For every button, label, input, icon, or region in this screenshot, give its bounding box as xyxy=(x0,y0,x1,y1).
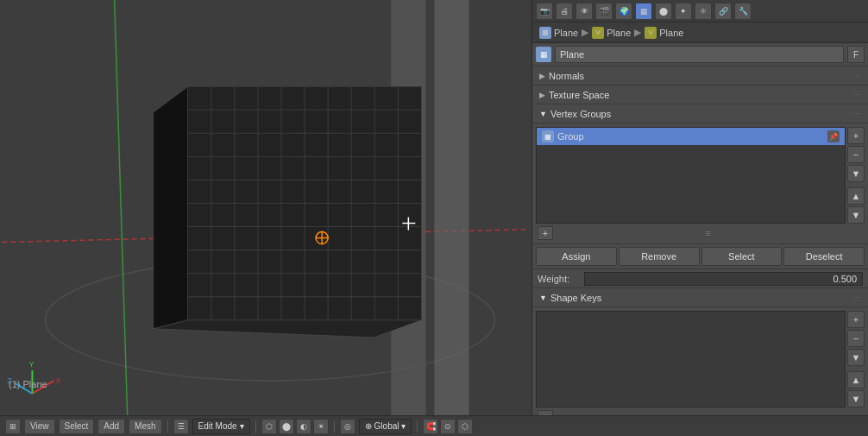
shape-key-add-button[interactable]: + xyxy=(847,311,865,328)
edit-mode-label: Edit Mode xyxy=(198,421,237,431)
vertex-groups-label: Vertex Groups xyxy=(550,109,611,119)
vertex-group-list-add[interactable]: + xyxy=(538,226,553,240)
shape-keys-side-buttons: + − ▼ ▲ ▼ xyxy=(847,311,865,408)
edit-mode-selector[interactable]: Edit Mode ▾ xyxy=(192,419,250,434)
breadcrumb-arrow-2: ▶ xyxy=(634,27,641,38)
remove-button[interactable]: Remove xyxy=(619,247,700,266)
panel-icon-view[interactable]: 👁 xyxy=(576,3,593,20)
vertex-groups-side-buttons: + − ▼ ▲ ▼ xyxy=(847,127,865,224)
status-overlay-icon[interactable]: ☰ xyxy=(173,419,189,434)
status-sep-4 xyxy=(417,420,418,433)
vertex-group-icon: ▦ xyxy=(542,130,554,142)
panel-icon-physics[interactable]: ⚛ xyxy=(695,3,712,20)
panel-icon-world[interactable]: 🌍 xyxy=(615,3,632,20)
weight-value: 0.500 xyxy=(833,274,857,284)
vertex-group-list-center: ≡ xyxy=(553,228,863,238)
texture-space-section-header[interactable]: ▶ Texture Space ··· xyxy=(532,85,868,104)
view-menu[interactable]: View xyxy=(24,419,55,434)
breadcrumb-item-2[interactable]: V Plane xyxy=(592,27,631,39)
object-name-overlay: (1) Plane xyxy=(9,379,47,389)
vertex-groups-dots: ··· xyxy=(852,110,861,117)
vertex-group-specials-button[interactable]: ▼ xyxy=(847,165,865,182)
object-name-input[interactable] xyxy=(555,46,844,63)
shape-keys-label: Shape Keys xyxy=(550,293,601,303)
shape-key-move-down-button[interactable]: ▼ xyxy=(847,390,865,408)
fake-user-button[interactable]: F xyxy=(847,46,865,63)
panel-icon-material[interactable]: ⬤ xyxy=(655,3,672,20)
shape-keys-list-area: + − ▼ ▲ ▼ xyxy=(536,311,865,408)
texture-space-label: Texture Space xyxy=(549,90,609,100)
shading-wireframe-icon[interactable]: ⬡ xyxy=(261,419,277,434)
snap-icons: 🧲 ⊙ ⬡ xyxy=(423,419,473,434)
shape-keys-dots: ··· xyxy=(852,294,861,301)
breadcrumb-item-3[interactable]: V Plane xyxy=(645,27,683,39)
breadcrumb-label-3: Plane xyxy=(659,28,683,38)
vertex-group-move-up-button[interactable]: ▲ xyxy=(847,187,865,205)
texture-space-dots: ··· xyxy=(852,91,861,98)
viewport-canvas: X Y Z xyxy=(0,0,531,415)
status-bar: ⊞ View Select Add Mesh ☰ Edit Mode ▾ ⬡ ⬤… xyxy=(0,415,868,436)
transform-orientation-arrow: ▾ xyxy=(401,421,406,431)
vertex-group-add-button[interactable]: + xyxy=(847,127,865,144)
vertex-groups-section-header[interactable]: ▼ Vertex Groups ··· xyxy=(532,104,868,123)
assign-button[interactable]: Assign xyxy=(536,247,617,266)
breadcrumb: ▦ Plane ▶ V Plane ▶ V Plane xyxy=(532,22,868,43)
transform-orientation-label: Global xyxy=(374,421,399,431)
panel-icon-scene[interactable]: 🎬 xyxy=(595,3,613,20)
select-menu[interactable]: Select xyxy=(59,419,95,434)
normals-label: Normals xyxy=(549,71,584,81)
shading-material-icon[interactable]: ◐ xyxy=(296,419,311,434)
panel-content: ▦ F ▶ Normals ··· ▶ Texture Space ··· ▼ … xyxy=(532,43,868,415)
breadcrumb-item-1[interactable]: ▦ Plane xyxy=(539,27,578,39)
select-button[interactable]: Select xyxy=(701,247,783,266)
proportional-icon[interactable]: ⊙ xyxy=(440,419,456,434)
normals-dots: ··· xyxy=(852,72,861,79)
breadcrumb-arrow-1: ▶ xyxy=(582,27,588,38)
panel-icon-output[interactable]: 🖨 xyxy=(556,3,573,20)
deselect-button[interactable]: Deselect xyxy=(783,247,865,266)
action-buttons-row: Assign Remove Select Deselect xyxy=(532,244,868,269)
panel-icon-render[interactable]: 📷 xyxy=(536,3,553,20)
shading-solid-icon[interactable]: ⬤ xyxy=(279,419,294,434)
viewport[interactable]: User Ortho Meters xyxy=(0,0,531,415)
transform-orientation-selector[interactable]: ⊕ Global ▾ xyxy=(359,419,412,434)
status-view-icon[interactable]: ⊞ xyxy=(5,419,21,434)
shape-keys-section-header[interactable]: ▼ Shape Keys ··· xyxy=(532,288,868,307)
weight-row: Weight: 0.500 xyxy=(532,269,868,288)
normals-section-header[interactable]: ▶ Normals ··· xyxy=(532,66,868,85)
vertex-groups-list[interactable]: ▦ Group 📌 xyxy=(536,127,846,224)
mesh-menu[interactable]: Mesh xyxy=(129,419,161,434)
breadcrumb-label-1: Plane xyxy=(554,28,578,38)
vertex-group-remove-button[interactable]: − xyxy=(847,146,865,163)
weight-slider[interactable]: 0.500 xyxy=(584,272,863,286)
shading-icons: ⬡ ⬤ ◐ ☀ xyxy=(261,419,329,434)
add-menu[interactable]: Add xyxy=(97,419,125,434)
panel-icon-constraints[interactable]: 🔗 xyxy=(714,3,732,20)
proportional-edit-icon[interactable]: ◎ xyxy=(340,419,355,434)
breadcrumb-vertex-icon: V xyxy=(592,27,604,39)
shading-rendered-icon[interactable]: ☀ xyxy=(313,419,329,434)
breadcrumb-vertex-icon-2: V xyxy=(645,27,657,39)
vertex-groups-arrow: ▼ xyxy=(539,110,547,118)
status-sep-3 xyxy=(334,420,335,433)
vertex-group-name: Group xyxy=(557,131,584,142)
vertex-group-move-down-button[interactable]: ▼ xyxy=(847,206,865,224)
vertex-groups-list-area: ▦ Group 📌 + − ▼ ▲ ▼ xyxy=(536,127,865,224)
mirror-icon[interactable]: ⬡ xyxy=(457,419,473,434)
edit-mode-arrow: ▾ xyxy=(240,421,244,431)
status-sep-1 xyxy=(167,420,168,433)
vertex-groups-bottom-row: + ≡ xyxy=(536,226,865,240)
shape-key-move-up-button[interactable]: ▲ xyxy=(847,371,865,389)
shape-keys-list[interactable] xyxy=(536,311,846,408)
snap-icon[interactable]: 🧲 xyxy=(423,419,438,434)
shape-key-specials-button[interactable]: ▼ xyxy=(847,349,865,366)
panel-icon-object-data[interactable]: ▦ xyxy=(635,3,652,20)
vertex-group-pin[interactable]: 📌 xyxy=(827,130,840,142)
weight-label: Weight: xyxy=(538,274,581,284)
svg-marker-7 xyxy=(154,86,188,329)
panel-icon-particles[interactable]: ✦ xyxy=(675,3,692,20)
vertex-group-item[interactable]: ▦ Group 📌 xyxy=(537,128,845,145)
texture-space-arrow: ▶ xyxy=(539,91,545,99)
panel-icon-modifiers[interactable]: 🔧 xyxy=(734,3,752,20)
shape-key-remove-button[interactable]: − xyxy=(847,330,865,347)
